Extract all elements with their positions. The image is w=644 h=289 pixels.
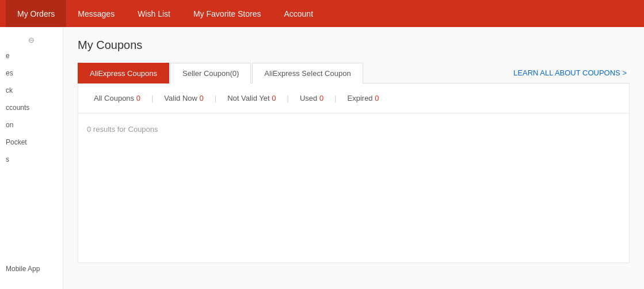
coupon-tab-select[interactable]: AliExpress Select Coupon bbox=[252, 63, 363, 83]
no-results-text: 0 results for Coupons bbox=[87, 125, 620, 134]
nav-item-account[interactable]: Account bbox=[272, 0, 325, 27]
filter-not-valid-count: 0 bbox=[272, 94, 276, 102]
learn-coupons-link[interactable]: LEARN ALL ABOUT COUPONS > bbox=[513, 69, 630, 77]
sidebar-item-pocket[interactable]: Pocket bbox=[0, 134, 63, 151]
filter-divider-1: | bbox=[150, 94, 154, 102]
nav-item-wish-list[interactable]: Wish List bbox=[126, 0, 182, 27]
filter-tab-all[interactable]: All Coupons 0 bbox=[87, 90, 147, 106]
coupon-tab-seller[interactable]: Seller Coupon(0) bbox=[170, 63, 251, 83]
sidebar-item-e[interactable]: e bbox=[0, 47, 63, 64]
sidebar-collapse-button[interactable]: ⊖ bbox=[0, 33, 63, 47]
filter-used-count: 0 bbox=[319, 94, 323, 102]
filter-divider-4: | bbox=[333, 94, 337, 102]
sidebar-item-s[interactable]: s bbox=[0, 151, 63, 168]
filter-not-valid-label: Not Valid Yet bbox=[227, 94, 269, 102]
filter-expired-count: 0 bbox=[375, 94, 379, 102]
top-nav: My Orders Messages Wish List My Favorite… bbox=[0, 0, 644, 27]
filter-all-label: All Coupons bbox=[94, 94, 134, 102]
sidebar-item-ck[interactable]: ck bbox=[0, 82, 63, 99]
sidebar-item-on[interactable]: on bbox=[0, 116, 63, 134]
filter-tabs: All Coupons 0 | Valid Now 0 | Not Valid … bbox=[78, 83, 630, 113]
filter-valid-now-count: 0 bbox=[200, 94, 204, 102]
filter-divider-3: | bbox=[286, 94, 290, 102]
filter-tab-valid-now[interactable]: Valid Now 0 bbox=[157, 90, 210, 106]
filter-divider-2: | bbox=[214, 94, 218, 102]
nav-item-favorite-stores[interactable]: My Favorite Stores bbox=[182, 0, 272, 27]
sidebar-mobile-app[interactable]: Mobile App bbox=[0, 260, 63, 277]
sidebar-item-es[interactable]: es bbox=[0, 64, 63, 82]
filter-tab-used[interactable]: Used 0 bbox=[293, 90, 330, 106]
filter-valid-now-label: Valid Now bbox=[164, 94, 197, 102]
page-title: My Coupons bbox=[78, 39, 630, 52]
filter-used-label: Used bbox=[300, 94, 317, 102]
main-layout: ⊖ e es ck ccounts on Pocket s Mobile App… bbox=[0, 27, 644, 289]
coupon-tabs: AliExpress Coupons Seller Coupon(0) AliE… bbox=[78, 62, 630, 83]
coupon-tab-aliexpress[interactable]: AliExpress Coupons bbox=[78, 63, 169, 83]
filter-all-count: 0 bbox=[136, 94, 140, 102]
filter-tab-not-valid[interactable]: Not Valid Yet 0 bbox=[220, 90, 283, 106]
sidebar: ⊖ e es ck ccounts on Pocket s Mobile App bbox=[0, 27, 63, 289]
content-area: My Coupons AliExpress Coupons Seller Cou… bbox=[63, 27, 644, 289]
nav-item-messages[interactable]: Messages bbox=[66, 0, 126, 27]
filter-tab-expired[interactable]: Expired 0 bbox=[341, 90, 386, 106]
nav-item-my-orders[interactable]: My Orders bbox=[6, 0, 66, 27]
sidebar-item-ccounts[interactable]: ccounts bbox=[0, 99, 63, 116]
filter-expired-label: Expired bbox=[348, 94, 373, 102]
results-area: 0 results for Coupons bbox=[78, 113, 630, 263]
